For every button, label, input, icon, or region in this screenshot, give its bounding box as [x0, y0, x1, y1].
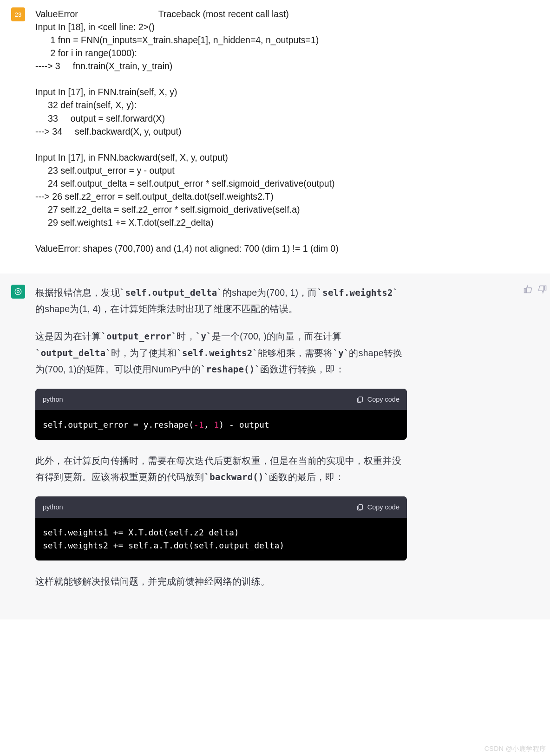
inline-code: `self.output_delta` [120, 287, 223, 298]
tb-line: 29 self.weights1 += X.T.dot(self.z2_delt… [35, 216, 550, 229]
copy-code-label: Copy code [367, 393, 399, 405]
code-content: self.output_error = y.reshape(-1, 1) - o… [35, 410, 407, 440]
tb-line: Input In [17], in FNN.train(self, X, y) [35, 85, 550, 98]
clipboard-icon [356, 503, 364, 511]
inline-code: `y` [196, 331, 212, 341]
feedback-buttons [523, 285, 547, 296]
traceback-text: ValueError Traceback (most recent call l… [35, 7, 550, 255]
assistant-response: 根据报错信息，发现`self.output_delta`的shape为(700,… [35, 285, 407, 601]
inline-code: `reshape()` [201, 364, 260, 374]
code-block: python Copy code self.weights1 += X.T.do… [35, 496, 407, 560]
inline-code: `y` [333, 348, 349, 358]
code-language-label: python [43, 393, 63, 405]
response-paragraph: 根据报错信息，发现`self.output_delta`的shape为(700,… [35, 285, 407, 317]
tb-line: ---> 34 self.backward(X, y, output) [35, 125, 550, 138]
code-block: python Copy code self.output_error = y.r… [35, 389, 407, 440]
svg-rect-1 [359, 397, 362, 402]
copy-code-button[interactable]: Copy code [356, 393, 399, 405]
thumbs-down-button[interactable] [538, 285, 547, 296]
code-header: python Copy code [35, 496, 407, 518]
tb-line: ---> 26 self.z2_error = self.output_delt… [35, 190, 550, 203]
user-message: 23 ValueError Traceback (most recent cal… [0, 0, 550, 274]
copy-code-label: Copy code [367, 501, 399, 513]
response-paragraph: 这样就能够解决报错问题，并完成前馈神经网络的训练。 [35, 574, 407, 590]
svg-point-0 [17, 291, 20, 293]
code-language-label: python [43, 501, 63, 513]
assistant-avatar [11, 285, 25, 299]
inline-code: `self.weights2` [317, 287, 399, 298]
svg-rect-2 [359, 505, 362, 510]
tb-line: ValueError: shapes (700,700) and (1,4) n… [35, 242, 550, 255]
inline-code: `output_delta` [35, 348, 111, 358]
copy-code-button[interactable]: Copy code [356, 501, 399, 513]
code-header: python Copy code [35, 389, 407, 410]
user-avatar-badge: 23 [11, 7, 25, 21]
tb-line: ValueError Traceback (most recent call l… [35, 7, 550, 20]
tb-line: Input In [17], in FNN.backward(self, X, … [35, 151, 550, 164]
tb-line: ----> 3 fnn.train(X_train, y_train) [35, 59, 550, 72]
tb-line: 24 self.output_delta = self.output_error… [35, 177, 550, 190]
tb-line: 27 self.z2_delta = self.z2_error * self.… [35, 203, 550, 216]
thumbs-up-button[interactable] [523, 285, 532, 296]
code-content: self.weights1 += X.T.dot(self.z2_delta) … [35, 518, 407, 560]
inline-code: `self.weights2` [177, 348, 258, 358]
openai-icon [13, 287, 23, 296]
assistant-message: 根据报错信息，发现`self.output_delta`的shape为(700,… [0, 274, 550, 619]
inline-code: `backward()` [204, 472, 269, 482]
tb-line: Input In [18], in <cell line: 2>() [35, 20, 550, 33]
response-paragraph: 此外，在计算反向传播时，需要在每次迭代后更新权重，但是在当前的实现中，权重并没有… [35, 453, 407, 485]
thumbs-down-icon [538, 285, 547, 294]
thumbs-up-icon [523, 285, 532, 294]
tb-line: 1 fnn = FNN(n_inputs=X_train.shape[1], n… [35, 33, 550, 46]
clipboard-icon [356, 396, 364, 403]
tb-line: 32 def train(self, X, y): [35, 98, 550, 111]
inline-code: `output_error` [101, 331, 177, 341]
tb-line: 23 self.output_error = y - output [35, 164, 550, 177]
tb-line: 2 for i in range(1000): [35, 46, 550, 59]
tb-line: 33 output = self.forward(X) [35, 112, 550, 125]
response-paragraph: 这是因为在计算`output_error`时，`y`是一个(700, )的向量，… [35, 328, 407, 377]
